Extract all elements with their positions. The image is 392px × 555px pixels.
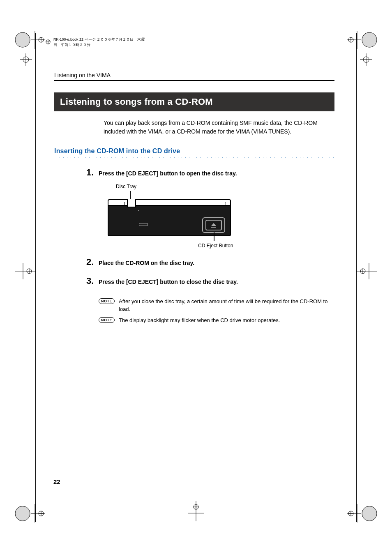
svg-point-1	[15, 32, 30, 47]
cd-drive-figure: Disc Tray CD Eject Button	[108, 184, 239, 236]
subheading: Inserting the CD-ROM into the CD drive	[54, 147, 334, 155]
step-3-number: 3.	[86, 276, 99, 286]
cd-drive-illustration	[108, 199, 231, 236]
note-1-text: After you close the disc tray, a certain…	[119, 298, 329, 313]
chapter-divider	[54, 80, 334, 81]
page-content: Listening on the VIMA Listening to songs…	[54, 72, 334, 493]
page-number: 22	[53, 478, 60, 485]
book-header-text: RK-100-e.book 22 ページ ２００６年７月２０日 木曜日 午前１０…	[53, 37, 148, 48]
step-1: 1. Press the [CD EJECT] button to open t…	[86, 169, 334, 178]
crop-mark-right-mid	[357, 263, 377, 281]
svg-point-22	[362, 506, 377, 521]
note-badge: NOTE	[99, 317, 115, 323]
cd-eject-button-label: CD Eject Button	[198, 243, 233, 249]
step-2: 2. Place the CD-ROM on the disc tray.	[86, 258, 334, 267]
disc-tray-label: Disc Tray	[116, 184, 239, 189]
eject-label-pointer	[214, 232, 214, 241]
svg-point-15	[15, 506, 30, 521]
step-1-number: 1.	[86, 168, 99, 177]
note-2: NOTE The display backlight may flicker w…	[99, 317, 329, 325]
crop-mark-right-lower	[360, 53, 372, 67]
dotted-rule	[54, 157, 334, 159]
note-1: NOTE After you close the disc tray, a ce…	[99, 298, 329, 313]
note-badge: NOTE	[99, 298, 115, 304]
chapter-title: Listening on the VIMA	[54, 72, 334, 78]
step-2-text: Place the CD-ROM on the disc tray.	[99, 258, 194, 267]
cd-eject-button-icon	[202, 217, 225, 233]
step-3-text: Press the [CD EJECT] button to close the…	[99, 277, 238, 286]
step-3: 3. Press the [CD EJECT] button to close …	[86, 277, 334, 286]
svg-point-8	[362, 32, 377, 47]
section-heading: Listening to songs from a CD-ROM	[54, 92, 334, 111]
crop-mark-left-lower	[20, 53, 32, 67]
crop-mark-left-mid	[15, 263, 35, 281]
step-1-text: Press the [CD EJECT] button to open the …	[99, 169, 237, 178]
step-2-number: 2.	[86, 258, 99, 267]
section-intro: You can play back songs from a CD-ROM co…	[104, 119, 321, 136]
note-2-text: The display backlight may flicker when t…	[119, 317, 280, 325]
registration-icon	[45, 39, 51, 46]
book-header: RK-100-e.book 22 ページ ２００６年７月２０日 木曜日 午前１０…	[45, 38, 148, 46]
